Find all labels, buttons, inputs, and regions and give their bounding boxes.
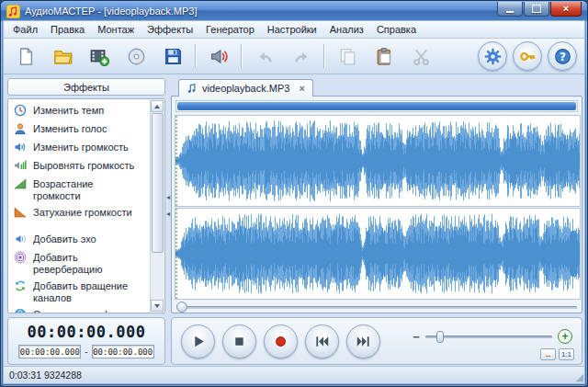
stop-button[interactable] — [222, 324, 256, 359]
arrow-up-icon — [154, 105, 160, 108]
settings-button[interactable] — [478, 41, 507, 71]
echo-icon — [14, 233, 28, 245]
scroll-down-button[interactable] — [151, 300, 164, 312]
effect-item-tempo[interactable]: Изменить темп — [8, 102, 164, 120]
scrollbar-thumb[interactable] — [152, 113, 164, 253]
zoom-slider-thumb[interactable] — [436, 331, 444, 343]
toolbar-separator — [241, 44, 243, 68]
effect-item-channel-rotation[interactable]: Добавить вращение каналов — [8, 278, 164, 306]
effects-panel-header[interactable]: Эффекты — [7, 78, 165, 96]
menu-item-generator[interactable]: Генератор — [199, 22, 261, 37]
menu-item-effects[interactable]: Эффекты — [141, 22, 199, 37]
audio-file-icon — [187, 83, 202, 94]
maximize-button[interactable] — [524, 2, 549, 17]
undo-button[interactable] — [247, 41, 282, 71]
open-file-button[interactable] — [45, 41, 80, 71]
title-bar[interactable]: АудиоМАСТЕР - [videoplayback.MP3] × — [1, 1, 587, 21]
transport-buttons — [181, 324, 380, 359]
effects-list: Изменить темпИзменить голосИзменить гром… — [7, 98, 165, 313]
collapse-left-icon: ◂ — [166, 211, 170, 218]
effect-item-label: Выровнять громкость — [33, 159, 136, 172]
toolbar-right-group: ? — [478, 41, 581, 71]
app-icon — [6, 5, 20, 18]
grab-cd-button[interactable] — [119, 41, 153, 71]
current-time-display: 00:00:00.000 — [8, 323, 164, 341]
zoom-slider[interactable] — [425, 336, 552, 338]
toolbar-separator — [323, 44, 325, 68]
effect-item-atmosphere[interactable]: Создать атмосферу — [8, 306, 164, 313]
resize-grip[interactable]: ◢ — [576, 372, 583, 382]
scale-buttons: ↔ 1:1 — [540, 348, 574, 360]
waveform-scrollbar[interactable] — [175, 302, 579, 313]
selection-separator: - — [85, 347, 87, 357]
minimize-icon — [506, 11, 514, 13]
effect-item-fade-in[interactable]: Возрастание громкости — [8, 176, 164, 204]
zoom-in-button[interactable]: + — [558, 329, 572, 344]
scrollbar-groove — [176, 306, 577, 309]
minimize-button[interactable] — [497, 2, 523, 17]
waveform-channel-left[interactable] — [175, 115, 581, 207]
activation-button[interactable] — [513, 41, 542, 71]
one-to-one-button[interactable]: 1:1 — [559, 348, 574, 360]
record-voice-button[interactable] — [201, 41, 236, 71]
transport-panel: − + ↔ 1:1 — [171, 317, 582, 365]
selection-end-field[interactable]: 00:00:00.000 — [92, 345, 154, 359]
effect-item-voice[interactable]: Изменить голос — [8, 120, 164, 139]
client-area: ФайлПравкаМонтажЭффектыГенераторНастройк… — [4, 21, 584, 383]
effect-item-label: Добавить реверберацию — [33, 251, 136, 276]
effects-panel-title: Эффекты — [63, 82, 109, 93]
effect-item-normalize[interactable]: Выровнять громкость — [8, 157, 164, 176]
effect-item-reverb[interactable]: Добавить реверберацию — [8, 249, 164, 278]
effect-item-echo[interactable]: Добавить эхо — [8, 231, 164, 249]
maximize-icon — [532, 5, 541, 13]
effect-item-fade-out[interactable]: Затухание громкости — [8, 204, 164, 222]
fit-to-window-button[interactable]: ↔ — [540, 348, 556, 360]
effects-scrollbar[interactable] — [150, 100, 164, 312]
fade-out-icon — [14, 206, 28, 219]
selection-start-field[interactable]: 00:00:00.000 — [18, 345, 81, 359]
scrollbar-round-thumb[interactable] — [176, 302, 187, 313]
effect-item-label: Добавить вращение каналов — [33, 279, 136, 304]
waveform-panel — [171, 96, 582, 313]
menu-item-edit[interactable]: Правка — [44, 22, 91, 37]
menu-bar: ФайлПравкаМонтажЭффектыГенераторНастройк… — [4, 21, 584, 39]
save-button[interactable] — [155, 41, 190, 71]
new-file-button[interactable] — [8, 41, 43, 71]
cut-button[interactable] — [403, 41, 438, 71]
tab-videoplayback[interactable]: videoplayback.MP3 × — [178, 79, 313, 97]
overview-range-bar[interactable] — [177, 102, 576, 110]
status-text: 0:03:31 9324288 — [9, 370, 82, 381]
menu-item-montage[interactable]: Монтаж — [91, 22, 141, 37]
fade-in-icon — [14, 177, 28, 190]
toolbar: ? — [4, 39, 584, 74]
scroll-up-button[interactable] — [151, 100, 164, 112]
waveform-overview[interactable] — [175, 100, 578, 112]
skip-start-button[interactable] — [305, 324, 339, 359]
window-controls: × — [497, 2, 582, 17]
extract-audio-from-video-button[interactable] — [82, 41, 117, 71]
waveform-channel-right[interactable] — [175, 208, 581, 300]
zoom-out-button[interactable]: − — [409, 329, 424, 344]
paste-button[interactable] — [367, 41, 401, 71]
effect-item-label: Возрастание громкости — [33, 177, 136, 202]
play-button[interactable] — [181, 324, 215, 359]
menu-item-help[interactable]: Справка — [370, 22, 423, 37]
copy-button[interactable] — [330, 41, 365, 71]
atmosphere-icon — [14, 308, 28, 313]
volume-icon — [14, 141, 28, 154]
tab-close-icon[interactable]: × — [299, 84, 304, 94]
close-button[interactable]: × — [550, 2, 582, 17]
redo-button[interactable] — [284, 41, 319, 71]
window-title: АудиоМАСТЕР - [videoplayback.MP3] — [25, 6, 198, 17]
skip-end-button[interactable] — [346, 324, 380, 359]
menu-item-file[interactable]: Файл — [6, 22, 44, 37]
normalize-icon — [14, 159, 28, 172]
record-button[interactable] — [264, 324, 298, 359]
menu-item-analysis[interactable]: Анализ — [323, 22, 370, 37]
menu-item-settings[interactable]: Настройки — [261, 22, 323, 37]
status-bar: 0:03:31 9324288 ◢ — [4, 366, 584, 383]
selection-fields: 00:00:00.000 - 00:00:00.000 — [8, 345, 164, 359]
effect-item-volume[interactable]: Изменить громкость — [8, 139, 164, 157]
tab-bar: videoplayback.MP3 × — [171, 78, 582, 97]
help-button[interactable]: ? — [548, 41, 577, 71]
